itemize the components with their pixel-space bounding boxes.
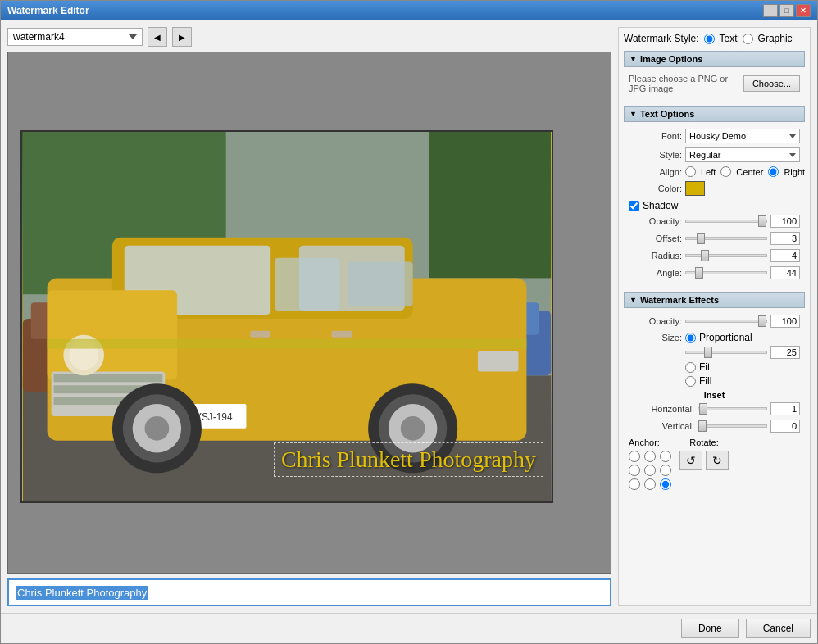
offset-value[interactable] (770, 232, 800, 245)
shadow-checkbox[interactable] (629, 201, 639, 211)
image-options-text: Please choose a PNG or JPG image (629, 74, 740, 93)
align-left-radio[interactable] (685, 166, 696, 177)
style-graphic-label: Graphic (758, 33, 793, 44)
font-select[interactable]: Housky Demo (685, 129, 800, 143)
svg-rect-31 (332, 331, 352, 338)
text-input-area[interactable]: Chris Plunkett Photography (7, 578, 611, 606)
done-button[interactable]: Done (681, 619, 739, 638)
size-proportional-label: Proportional (699, 332, 752, 343)
inset-horizontal-row: Horizontal: (629, 402, 800, 415)
prev-button[interactable]: ◀ (148, 27, 167, 47)
shadow-opacity-value[interactable] (770, 215, 800, 228)
shadow-opacity-slider[interactable] (685, 220, 767, 223)
image-options-arrow: ▼ (629, 55, 637, 63)
align-group: Left Center Right (685, 166, 805, 177)
svg-rect-29 (48, 339, 527, 349)
color-swatch[interactable] (685, 181, 705, 196)
effects-title: Watermark Effects (640, 295, 719, 305)
title-bar-buttons: — □ ✕ (763, 4, 811, 17)
align-label: Align: (629, 167, 682, 177)
anchor-bl[interactable] (629, 478, 640, 490)
size-fit-label: Fit (699, 361, 710, 373)
effects-opacity-slider-container (685, 315, 767, 328)
effects-opacity-value[interactable] (770, 315, 800, 328)
offset-label: Offset: (629, 234, 682, 243)
offset-slider[interactable] (685, 237, 767, 240)
align-right-radio[interactable] (768, 166, 779, 177)
inset-header: Inset (629, 390, 800, 400)
style-graphic-radio[interactable] (743, 34, 753, 44)
inset-horizontal-slider[interactable] (698, 407, 767, 410)
shadow-opacity-label: Opacity: (629, 216, 682, 226)
svg-rect-2 (429, 132, 551, 278)
rotate-label: Rotate: (689, 438, 718, 447)
effects-opacity-label: Opacity: (629, 316, 682, 326)
watermark-effects-header[interactable]: ▼ Watermark Effects (624, 292, 805, 308)
inset-horizontal-value[interactable] (770, 402, 800, 415)
image-canvas: YSJ-194 (7, 52, 611, 574)
image-options-header[interactable]: ▼ Image Options (624, 51, 805, 67)
svg-rect-34 (348, 262, 412, 307)
minimize-button[interactable]: — (763, 4, 778, 17)
anchor-tc[interactable] (644, 451, 656, 462)
style-select[interactable]: Regular Bold Italic (685, 147, 800, 162)
radius-slider[interactable] (685, 254, 767, 257)
anchor-tl[interactable] (629, 451, 640, 462)
rotate-cw-button[interactable]: ↻ (706, 451, 729, 470)
angle-label: Angle: (629, 268, 682, 278)
size-section: Size: Proportional Fit (629, 332, 800, 387)
anchor-mc[interactable] (644, 465, 656, 476)
style-text-label: Text (720, 33, 738, 44)
text-options-header[interactable]: ▼ Text Options (624, 106, 805, 122)
size-slider-row (629, 346, 800, 359)
effects-content: Opacity: Size: Proportional (624, 311, 805, 493)
svg-rect-32 (478, 351, 519, 372)
style-row: Style: Regular Bold Italic (629, 147, 800, 162)
offset-row: Offset: (629, 232, 800, 245)
watermark-style-row: Watermark Style: Text Graphic (624, 33, 805, 44)
size-label: Size: (629, 333, 682, 342)
angle-slider[interactable] (685, 271, 767, 274)
anchor-ml[interactable] (629, 465, 640, 476)
anchor-bc[interactable] (644, 478, 656, 490)
anchor-tr[interactable] (660, 451, 671, 462)
watermark-overlay[interactable]: Chris Plunkett Photography (274, 442, 543, 477)
next-button[interactable]: ▶ (172, 27, 192, 47)
cancel-button[interactable]: Cancel (746, 619, 811, 638)
watermark-select[interactable]: watermark4 (7, 28, 143, 46)
radius-value[interactable] (770, 249, 800, 262)
bottom-buttons: Done Cancel (1, 613, 817, 643)
size-slider-container (685, 346, 767, 359)
size-proportional-radio[interactable] (685, 333, 696, 343)
rotate-ccw-button[interactable]: ↺ (679, 451, 702, 470)
effects-arrow: ▼ (629, 296, 637, 304)
effects-opacity-slider[interactable] (685, 320, 767, 323)
title-bar: Watermark Editor — □ ✕ (1, 1, 817, 20)
color-row: Color: (629, 181, 800, 196)
choose-button[interactable]: Choose... (743, 75, 800, 92)
close-button[interactable]: ✕ (796, 4, 811, 17)
size-slider[interactable] (685, 351, 767, 354)
maximize-button[interactable]: □ (779, 4, 794, 17)
inset-vertical-slider[interactable] (698, 424, 767, 428)
anchor-mr[interactable] (660, 465, 671, 476)
radius-label: Radius: (629, 251, 682, 261)
style-text-radio[interactable] (704, 34, 715, 44)
anchor-section: Anchor: (629, 438, 673, 490)
svg-rect-14 (54, 374, 163, 382)
radius-row: Radius: (629, 249, 800, 262)
align-center-radio[interactable] (720, 166, 731, 177)
inset-vertical-value[interactable] (770, 420, 800, 433)
angle-value[interactable] (770, 266, 800, 279)
size-fit-row: Fit (629, 361, 800, 373)
size-fill-radio[interactable] (685, 376, 696, 387)
size-fit-radio[interactable] (685, 362, 696, 373)
effects-opacity-row: Opacity: (629, 315, 800, 328)
anchor-br[interactable] (660, 478, 671, 490)
align-center-label: Center (736, 167, 763, 177)
inset-vertical-slider-container (698, 420, 767, 433)
selected-text: Chris Plunkett Photography (16, 586, 148, 600)
angle-slider-container (685, 266, 767, 279)
radius-slider-container (685, 249, 767, 262)
size-value[interactable] (770, 346, 800, 359)
